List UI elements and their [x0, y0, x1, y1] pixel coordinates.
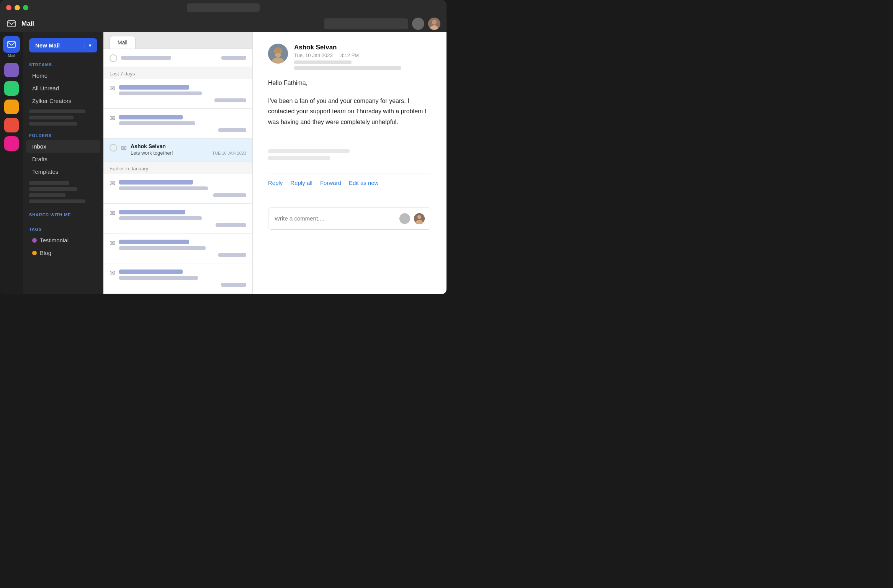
mail-detail-panel: Ashok Selvan Tue, 10 Jan 2023 3:12 PM He…	[253, 32, 446, 294]
mail-tab[interactable]: Mail	[110, 36, 136, 49]
mail-greeting: Hello Fathima,	[268, 78, 431, 88]
window-search-bar	[187, 3, 260, 12]
mail-radio[interactable]	[110, 54, 117, 62]
nav-item-all-unread[interactable]: All Unread	[26, 82, 100, 95]
fullscreen-button[interactable]	[23, 5, 28, 10]
nav-item-inbox[interactable]: Inbox	[26, 140, 100, 153]
placeholder-subject	[119, 121, 195, 125]
top-header-left: Mail	[6, 18, 34, 29]
edit-as-new-link[interactable]: Edit as new	[349, 180, 379, 186]
placeholder	[119, 246, 206, 250]
mail-header: Ashok Selvan Tue, 10 Jan 2023 3:12 PM	[268, 44, 431, 70]
top-header-right	[324, 18, 440, 30]
nav-placeholder-5	[29, 187, 77, 191]
nav-placeholder-3	[29, 122, 77, 126]
mail-envelope-icon: ✉	[110, 114, 115, 122]
new-mail-button[interactable]: New Mail ▾	[29, 38, 97, 52]
list-item[interactable]: ✉	[103, 79, 252, 109]
placeholder	[119, 270, 183, 274]
sidebar-icon-red[interactable]	[4, 118, 19, 132]
svg-point-4	[432, 20, 437, 24]
placeholder	[119, 180, 193, 185]
placeholder-sender	[119, 115, 183, 119]
placeholder	[213, 193, 246, 197]
nav-item-home[interactable]: Home	[26, 69, 100, 82]
section-earlier-label: Earlier in January	[103, 162, 252, 174]
mail-item-body	[119, 113, 246, 134]
tag-blog-dot	[32, 251, 37, 255]
top-header: Mail	[0, 15, 446, 32]
sidebar-icon-orange[interactable]	[4, 100, 19, 114]
svg-point-13	[417, 215, 421, 219]
folders-section-label: FOLDERS	[23, 129, 103, 140]
reply-link[interactable]: Reply	[268, 180, 283, 186]
window-title-bar	[187, 3, 260, 12]
placeholder	[221, 283, 246, 287]
mail-subject-placeholder	[294, 60, 352, 64]
mail-envelope-icon-selected: ✉	[121, 144, 127, 152]
action-row: Reply Reply all Forward Edit as new	[268, 173, 431, 192]
tags-section-label: TAGS	[23, 223, 103, 234]
comment-box	[268, 207, 431, 230]
tag-blog-label: Blog	[40, 250, 51, 256]
placeholder	[218, 253, 246, 257]
sidebar-icon-purple[interactable]	[4, 63, 19, 77]
mail-icon-label: Mail	[8, 54, 15, 58]
placeholder	[119, 210, 185, 214]
mail-icon-wrap: Mail	[0, 36, 23, 60]
sender-name: Ashok Selvan	[131, 143, 166, 149]
mail-item-body	[119, 208, 246, 229]
app-container: Mail New Mail ▾ STREAMS Home All Unread …	[0, 32, 446, 294]
mail-body: Hello Fathima, I've been a fan of you an…	[268, 78, 431, 135]
tag-testimonial[interactable]: Testimonial	[26, 234, 100, 247]
forward-link[interactable]: Forward	[320, 180, 341, 186]
minimize-button[interactable]	[15, 5, 20, 10]
nav-item-zylker[interactable]: Zylker Creators	[26, 95, 100, 107]
header-avatar-gray	[412, 18, 424, 30]
list-item-selected[interactable]: ✉ Ashok Selvan Lets work together! TUE 1…	[103, 139, 252, 162]
list-item-placeholder-top[interactable]	[103, 49, 252, 67]
placeholder	[119, 240, 189, 244]
list-item[interactable]: ✉	[103, 109, 252, 139]
section-last7-label: Last 7 days	[103, 67, 252, 79]
list-item[interactable]: ✉	[103, 263, 252, 293]
body-placeholders	[268, 146, 431, 163]
list-item[interactable]: ✉	[103, 234, 252, 263]
placeholder-date	[218, 128, 246, 132]
comment-input[interactable]	[275, 215, 396, 222]
placeholder	[221, 56, 246, 60]
mail-time: 3:12 PM	[340, 52, 359, 58]
sidebar-icon-green[interactable]	[4, 81, 19, 96]
shared-section-label: SHARED WITH ME	[23, 209, 103, 219]
tag-blog[interactable]: Blog	[26, 247, 100, 259]
header-avatar-photo	[428, 18, 440, 30]
mail-envelope-icon: ✉	[110, 179, 115, 188]
nav-placeholder-1	[29, 109, 85, 113]
new-mail-label: New Mail	[35, 42, 60, 49]
mail-envelope-icon: ✉	[110, 84, 115, 93]
nav-item-templates[interactable]: Templates	[26, 165, 100, 178]
svg-rect-5	[8, 41, 15, 47]
mail-radio-selected[interactable]	[110, 144, 117, 152]
close-button[interactable]	[6, 5, 11, 10]
mail-item-subject-row: Lets work together! TUE 10 JAN 2023	[131, 150, 246, 157]
mail-date: TUE 10 JAN 2023	[212, 151, 246, 155]
mail-item-body	[119, 238, 246, 258]
list-item[interactable]: ✉	[103, 204, 252, 234]
nav-item-drafts[interactable]: Drafts	[26, 153, 100, 165]
mail-item-body	[119, 83, 246, 104]
sidebar-icon-pink[interactable]	[4, 136, 19, 151]
new-mail-button-wrap: New Mail ▾	[23, 38, 103, 59]
header-search[interactable]	[324, 18, 408, 29]
svg-rect-0	[8, 21, 15, 27]
list-item[interactable]: ✉	[103, 174, 252, 204]
placeholder	[119, 276, 198, 280]
placeholder	[121, 56, 171, 60]
reply-all-link[interactable]: Reply all	[290, 180, 312, 186]
traffic-lights	[6, 5, 28, 10]
window-chrome	[0, 0, 446, 15]
icon-sidebar: Mail	[0, 32, 23, 294]
mail-tab-bar: Mail	[103, 32, 252, 49]
mail-icon-active[interactable]	[3, 36, 20, 53]
mail-subject: Lets work together!	[131, 150, 173, 156]
